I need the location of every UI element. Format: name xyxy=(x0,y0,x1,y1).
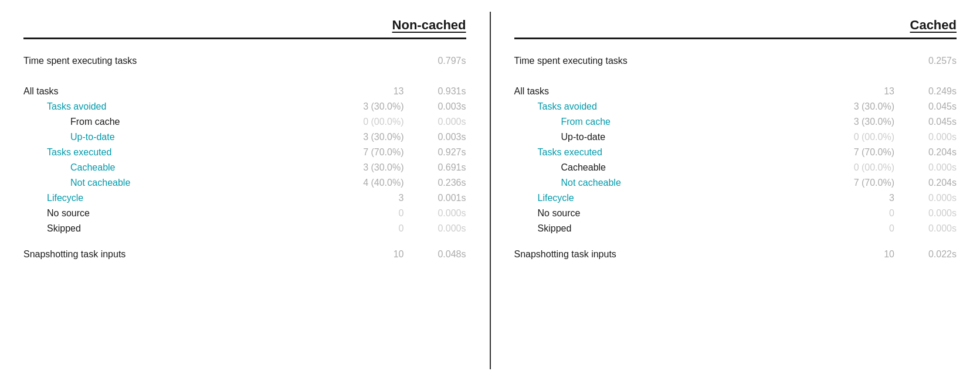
table-row: No source 0 0.000s xyxy=(23,206,466,221)
table-row: Tasks executed 7 (70.0%) 0.927s xyxy=(23,145,466,160)
non-cached-snapshot-count: 10 xyxy=(343,249,413,260)
row-count: 0 (00.0%) xyxy=(833,132,904,142)
row-label: No source xyxy=(23,208,343,219)
row-time: 0.931s xyxy=(413,86,466,97)
row-label: Skipped xyxy=(23,223,343,234)
row-label: Cacheable xyxy=(514,162,834,173)
cached-snapshot-time: 0.022s xyxy=(904,249,957,260)
row-time: 0.204s xyxy=(904,147,957,158)
table-row: Up-to-date 0 (00.0%) 0.000s xyxy=(514,130,957,145)
row-label: Up-to-date xyxy=(23,132,343,142)
table-row: Skipped 0 0.000s xyxy=(514,221,957,236)
non-cached-panel: Non-cached Time spent executing tasks 0.… xyxy=(0,12,491,369)
non-cached-rows: All tasks 13 0.931s Tasks avoided 3 (30.… xyxy=(23,84,466,236)
row-label: Lifecycle xyxy=(23,193,343,203)
row-time: 0.000s xyxy=(904,162,957,173)
row-count: 3 (30.0%) xyxy=(343,132,413,142)
non-cached-time-spent-row: Time spent executing tasks 0.797s xyxy=(23,53,466,69)
cached-time-spent-label: Time spent executing tasks xyxy=(514,56,928,66)
non-cached-time-spent-label: Time spent executing tasks xyxy=(23,56,438,66)
non-cached-snapshot-label: Snapshotting task inputs xyxy=(23,249,343,260)
non-cached-time-spent-value: 0.797s xyxy=(438,56,466,66)
non-cached-title: Non-cached xyxy=(23,18,466,33)
row-time: 0.000s xyxy=(413,208,466,219)
cached-time-spent-value: 0.257s xyxy=(928,56,957,66)
cached-time-spent-row: Time spent executing tasks 0.257s xyxy=(514,53,957,69)
row-label: No source xyxy=(514,208,834,219)
row-count: 3 (30.0%) xyxy=(833,117,904,127)
row-count: 7 (70.0%) xyxy=(343,147,413,158)
row-time: 0.691s xyxy=(413,162,466,173)
row-count: 3 (30.0%) xyxy=(343,101,413,112)
row-time: 0.000s xyxy=(904,208,957,219)
cached-header: Cached xyxy=(514,18,957,39)
row-count: 0 xyxy=(343,208,413,219)
non-cached-header: Non-cached xyxy=(23,18,466,39)
row-label: Tasks executed xyxy=(514,147,834,158)
row-count: 3 (30.0%) xyxy=(343,162,413,173)
row-time: 0.001s xyxy=(413,193,466,203)
row-label: Tasks executed xyxy=(23,147,343,158)
cached-snapshot-count: 10 xyxy=(833,249,904,260)
row-label: Cacheable xyxy=(23,162,343,173)
table-row: From cache 0 (00.0%) 0.000s xyxy=(23,114,466,130)
table-row: Tasks executed 7 (70.0%) 0.204s xyxy=(514,145,957,160)
table-row: All tasks 13 0.249s xyxy=(514,84,957,99)
row-time: 0.927s xyxy=(413,147,466,158)
row-count: 3 xyxy=(833,193,904,203)
cached-rows: All tasks 13 0.249s Tasks avoided 3 (30.… xyxy=(514,84,957,236)
row-label: Tasks avoided xyxy=(23,101,343,112)
row-time: 0.000s xyxy=(413,223,466,234)
non-cached-snapshot-row: Snapshotting task inputs 10 0.048s xyxy=(23,247,466,262)
table-row: All tasks 13 0.931s xyxy=(23,84,466,99)
row-label: Not cacheable xyxy=(23,178,343,188)
table-row: Cacheable 0 (00.0%) 0.000s xyxy=(514,160,957,175)
row-time: 0.045s xyxy=(904,117,957,127)
row-count: 3 xyxy=(343,193,413,203)
row-count: 7 (70.0%) xyxy=(833,178,904,188)
row-time: 0.204s xyxy=(904,178,957,188)
row-count: 7 (70.0%) xyxy=(833,147,904,158)
table-row: Tasks avoided 3 (30.0%) 0.003s xyxy=(23,99,466,114)
row-count: 0 (00.0%) xyxy=(833,162,904,173)
row-label: Up-to-date xyxy=(514,132,834,142)
cached-panel: Cached Time spent executing tasks 0.257s… xyxy=(491,12,981,369)
main-container: Non-cached Time spent executing tasks 0.… xyxy=(0,0,980,381)
row-label: Not cacheable xyxy=(514,178,834,188)
row-label: Lifecycle xyxy=(514,193,834,203)
row-count: 0 xyxy=(343,223,413,234)
row-label: From cache xyxy=(23,117,343,127)
row-time: 0.236s xyxy=(413,178,466,188)
row-time: 0.000s xyxy=(413,117,466,127)
cached-snapshot-label: Snapshotting task inputs xyxy=(514,249,834,260)
row-count: 0 xyxy=(833,208,904,219)
table-row: Lifecycle 3 0.000s xyxy=(514,190,957,206)
table-row: Skipped 0 0.000s xyxy=(23,221,466,236)
row-time: 0.249s xyxy=(904,86,957,97)
cached-snapshot-row: Snapshotting task inputs 10 0.022s xyxy=(514,247,957,262)
row-label: All tasks xyxy=(23,86,343,97)
row-label: From cache xyxy=(514,117,834,127)
row-count: 4 (40.0%) xyxy=(343,178,413,188)
row-label: Skipped xyxy=(514,223,834,234)
table-row: Cacheable 3 (30.0%) 0.691s xyxy=(23,160,466,175)
table-row: Lifecycle 3 0.001s xyxy=(23,190,466,206)
table-row: Tasks avoided 3 (30.0%) 0.045s xyxy=(514,99,957,114)
non-cached-snapshot-time: 0.048s xyxy=(413,249,466,260)
table-row: Not cacheable 4 (40.0%) 0.236s xyxy=(23,175,466,190)
table-row: No source 0 0.000s xyxy=(514,206,957,221)
row-time: 0.045s xyxy=(904,101,957,112)
row-time: 0.003s xyxy=(413,132,466,142)
row-count: 0 (00.0%) xyxy=(343,117,413,127)
row-time: 0.000s xyxy=(904,193,957,203)
row-count: 13 xyxy=(833,86,904,97)
row-count: 0 xyxy=(833,223,904,234)
row-label: Tasks avoided xyxy=(514,101,834,112)
row-label: All tasks xyxy=(514,86,834,97)
cached-title: Cached xyxy=(514,18,957,33)
row-time: 0.003s xyxy=(413,101,466,112)
row-time: 0.000s xyxy=(904,223,957,234)
row-count: 13 xyxy=(343,86,413,97)
table-row: Not cacheable 7 (70.0%) 0.204s xyxy=(514,175,957,190)
row-count: 3 (30.0%) xyxy=(833,101,904,112)
